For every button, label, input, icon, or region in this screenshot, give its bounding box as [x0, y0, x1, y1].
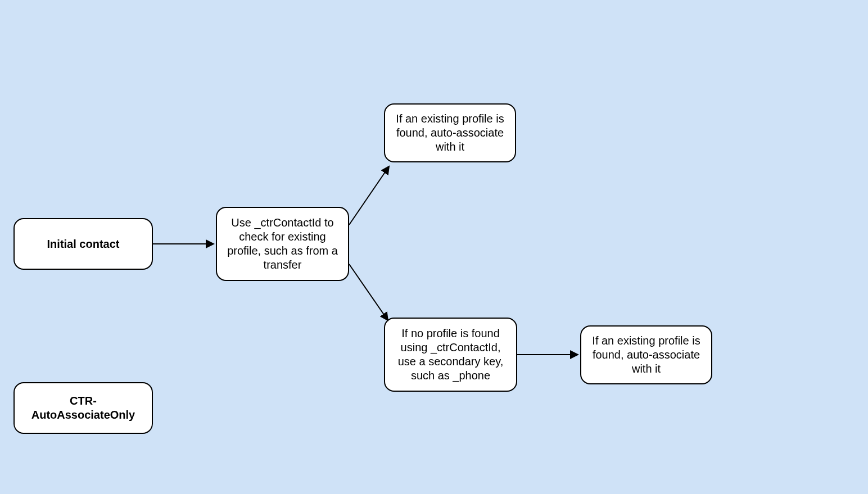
node-check-profile: Use _ctrContactId to check for existing …	[216, 207, 349, 281]
edge-check-to-found-top	[349, 166, 389, 225]
node-legend-ctr-autoassociateonly: CTR-AutoAssociateOnly	[13, 382, 153, 434]
edge-check-to-notfound	[349, 264, 388, 320]
node-found-associate-right: If an existing profile is found, auto-as…	[580, 325, 712, 384]
node-label: If no profile is found using _ctrContact…	[391, 327, 510, 383]
node-found-associate-top: If an existing profile is found, auto-as…	[384, 103, 516, 162]
node-label: CTR-AutoAssociateOnly	[20, 394, 146, 422]
node-label: Initial contact	[47, 237, 120, 251]
node-label: If an existing profile is found, auto-as…	[391, 112, 509, 154]
node-not-found-secondary: If no profile is found using _ctrContact…	[384, 318, 517, 392]
node-label: If an existing profile is found, auto-as…	[587, 334, 706, 376]
diagram-canvas: Initial contact Use _ctrContactId to che…	[0, 0, 868, 494]
node-initial-contact: Initial contact	[13, 218, 153, 270]
node-label: Use _ctrContactId to check for existing …	[223, 216, 342, 272]
